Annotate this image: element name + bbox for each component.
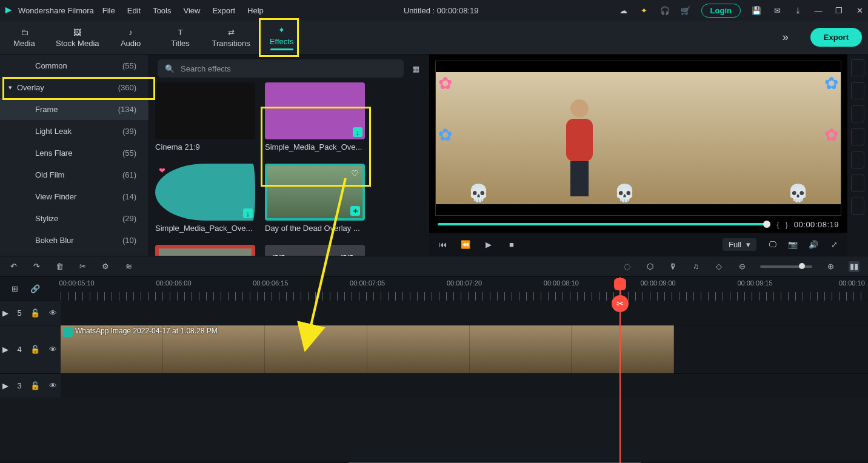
category-stylize[interactable]: Stylize(29): [0, 207, 149, 229]
track-3: ▶3🔓👁: [0, 373, 868, 398]
dock-slot[interactable]: [851, 59, 864, 76]
menu-tools[interactable]: Tools: [153, 6, 171, 15]
category-view-finder[interactable]: View Finder(14): [0, 185, 149, 207]
tabs-more-icon[interactable]: »: [783, 31, 789, 44]
timeline-ruler[interactable]: ⊞ 🔗 00:00:05:1000:00:06:0000:00:06:1500:…: [0, 276, 868, 301]
keyframe-icon[interactable]: ◇: [714, 262, 724, 271]
category-lens-flare[interactable]: Lens Flare(55): [0, 142, 149, 164]
category-overlay[interactable]: Overlay (360): [0, 76, 149, 98]
category-bokeh-blur[interactable]: Bokeh Blur(10): [0, 229, 149, 251]
menu-help[interactable]: Help: [247, 6, 264, 15]
play-icon[interactable]: ▶: [484, 239, 493, 249]
export-button[interactable]: Export: [810, 28, 862, 47]
zoom-in-icon[interactable]: ⊕: [826, 262, 835, 271]
preview-canvas[interactable]: ✿ ✿ ✿ ✿ 💀 💀 💀: [435, 61, 841, 216]
volume-icon[interactable]: 🔊: [809, 239, 818, 249]
scrub-bar[interactable]: [438, 223, 770, 225]
mark-in-icon[interactable]: {: [776, 220, 779, 229]
category-common[interactable]: Common (55): [0, 55, 149, 76]
stop-icon[interactable]: ■: [507, 239, 516, 249]
timeline-view-icon[interactable]: ▮▮: [849, 261, 860, 272]
download-icon[interactable]: ↓: [353, 127, 362, 137]
link-icon[interactable]: 🔗: [30, 284, 40, 294]
login-button[interactable]: Login: [701, 4, 741, 18]
menu-file[interactable]: File: [102, 6, 115, 15]
asset-card[interactable]: ❤↓ Simple_Media_Pack_Ove...: [155, 164, 260, 242]
undo-icon[interactable]: ↶: [8, 262, 18, 271]
add-icon[interactable]: ＋: [350, 206, 360, 216]
render-icon[interactable]: ◌: [622, 262, 632, 271]
category-light-leak[interactable]: Light Leak(39): [0, 120, 149, 142]
view-grid-icon[interactable]: ▦: [411, 64, 421, 73]
cart-icon[interactable]: 🛒: [681, 5, 690, 15]
tab-transitions[interactable]: ⇄Transitions: [212, 27, 250, 48]
tab-titles[interactable]: TTitles: [162, 27, 199, 48]
dock-slot[interactable]: [851, 128, 864, 145]
step-back-icon[interactable]: ⏪: [461, 239, 470, 249]
lock-icon[interactable]: 🔓: [30, 308, 40, 318]
search-input[interactable]: 🔍 Search effects: [158, 59, 404, 78]
fullscreen-icon[interactable]: ⤢: [829, 239, 839, 249]
dock-slot[interactable]: [851, 82, 864, 99]
mark-out-icon[interactable]: }: [785, 220, 787, 229]
quality-select[interactable]: Full▾: [723, 238, 756, 251]
category-old-film[interactable]: Old Film(61): [0, 164, 149, 185]
eye-icon[interactable]: 👁: [48, 308, 58, 318]
window-minimize-icon[interactable]: —: [813, 5, 823, 15]
title-actions: ☁ ✦ 🎧 🛒 Login 💾 ✉ ⤓ — ❐ ✕: [619, 4, 864, 18]
save-icon[interactable]: 💾: [752, 5, 761, 15]
tab-stock-media[interactable]: 🖼Stock Media: [56, 27, 99, 48]
eye-icon[interactable]: 👁: [48, 345, 58, 355]
monitor-icon[interactable]: 🖵: [767, 239, 777, 249]
menu-export[interactable]: Export: [212, 6, 235, 15]
snapshot-icon[interactable]: 📷: [788, 239, 798, 249]
delete-icon[interactable]: 🗑: [55, 262, 64, 271]
zoom-handle[interactable]: [799, 263, 805, 269]
effects-browser: 🔍 Search effects ▦ Cinema 21:9 ↓ Simple_…: [149, 55, 429, 256]
lock-icon[interactable]: 🔓: [30, 381, 40, 391]
lock-icon[interactable]: 🔓: [30, 345, 40, 355]
window-restore-icon[interactable]: ❐: [834, 5, 844, 15]
cloud-icon[interactable]: ☁: [619, 5, 629, 15]
tab-effects[interactable]: ✦Effects: [264, 25, 300, 50]
support-icon[interactable]: 🎧: [660, 5, 670, 15]
tab-media[interactable]: 🗀Media: [6, 27, 42, 48]
asset-card[interactable]: ↓: [155, 245, 260, 256]
asset-card-highlight[interactable]: ♡ ＋ Day of the Dead Overlay ...: [265, 164, 370, 242]
zoom-out-icon[interactable]: ⊖: [737, 262, 747, 271]
menu-edit[interactable]: Edit: [127, 6, 141, 15]
scrub-handle[interactable]: [763, 221, 770, 228]
download-icon[interactable]: ⤓: [793, 5, 803, 15]
favorite-icon[interactable]: ♡: [351, 168, 359, 178]
dock-slot[interactable]: [851, 105, 864, 122]
asset-card[interactable]: ↓ ∽∽ ∽∽ ∽∽ ∽∽: [265, 245, 370, 256]
audio-wave-icon[interactable]: ≋: [124, 262, 133, 271]
timeline-scrollbar[interactable]: [0, 461, 868, 463]
music-icon[interactable]: ♫: [691, 262, 701, 271]
timeline-clip[interactable]: WhatsApp Image 2022-04-17 at 1.08.28 PM: [61, 325, 674, 373]
adjust-icon[interactable]: ⚙: [101, 262, 110, 271]
asset-card[interactable]: ↓ Simple_Media_Pack_Ove...: [265, 82, 370, 161]
idea-icon[interactable]: ✦: [639, 5, 649, 15]
download-icon[interactable]: ↓: [243, 208, 253, 218]
workspace: Common (55) Overlay (360) Frame(134) Lig…: [0, 55, 868, 256]
cut-icon[interactable]: ✂: [78, 262, 87, 271]
prev-frame-icon[interactable]: ⏮: [438, 239, 447, 249]
effects-categories: Common (55) Overlay (360) Frame(134) Lig…: [0, 55, 149, 256]
window-close-icon[interactable]: ✕: [855, 5, 864, 15]
tab-audio[interactable]: ♪Audio: [113, 27, 149, 48]
menu-view[interactable]: View: [183, 6, 200, 15]
voiceover-icon[interactable]: 🎙: [668, 262, 678, 271]
playhead[interactable]: ✂: [619, 277, 621, 463]
dock-slot[interactable]: [851, 175, 864, 192]
message-icon[interactable]: ✉: [772, 5, 782, 15]
category-frame[interactable]: Frame(134): [0, 98, 149, 120]
marker-icon[interactable]: ⬡: [645, 262, 655, 271]
dock-slot[interactable]: [851, 198, 864, 215]
zoom-slider[interactable]: [760, 265, 812, 268]
redo-icon[interactable]: ↷: [32, 262, 41, 271]
asset-card[interactable]: Cinema 21:9: [155, 82, 260, 161]
add-track-icon[interactable]: ⊞: [10, 284, 19, 294]
dock-slot[interactable]: [851, 152, 864, 168]
eye-icon[interactable]: 👁: [48, 381, 58, 391]
